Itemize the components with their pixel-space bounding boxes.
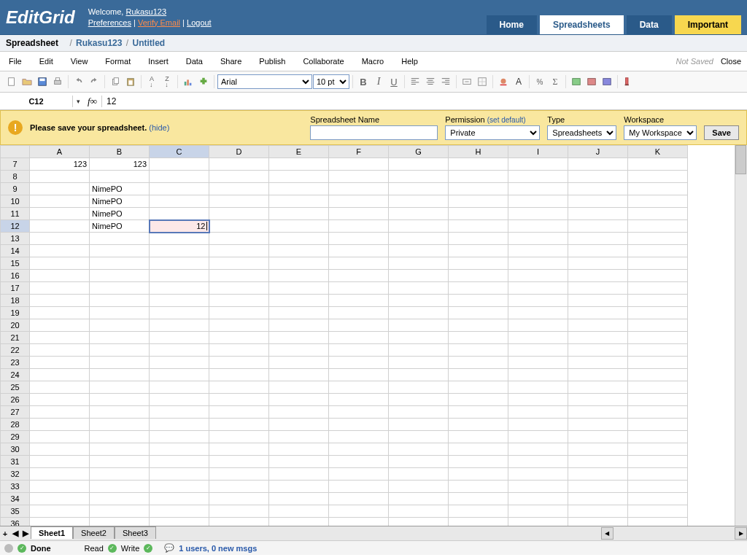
cell-E26[interactable]	[269, 394, 329, 406]
cell-C10[interactable]	[150, 195, 209, 208]
menu-collaborate[interactable]: Collaborate	[294, 55, 352, 68]
cell-E32[interactable]	[269, 468, 329, 481]
row-header-32[interactable]: 32	[1, 468, 30, 481]
cell-J24[interactable]	[568, 369, 628, 381]
cellref-dropdown-icon[interactable]: ▾	[73, 98, 83, 105]
cell-I22[interactable]	[508, 344, 568, 357]
menu-help[interactable]: Help	[392, 55, 427, 68]
cell-K8[interactable]	[628, 171, 688, 183]
cell-A21[interactable]	[30, 332, 90, 344]
cell-A10[interactable]	[30, 195, 90, 208]
breadcrumb-user[interactable]: Rukasu123	[76, 38, 122, 48]
cell-F29[interactable]	[329, 431, 389, 443]
new-icon[interactable]	[4, 74, 19, 89]
cell-H9[interactable]	[449, 183, 508, 195]
col-header-A[interactable]: A	[30, 146, 90, 158]
cell-K27[interactable]	[628, 406, 688, 419]
row-header-15[interactable]: 15	[1, 257, 30, 270]
cell-F9[interactable]	[329, 183, 389, 195]
cell-A32[interactable]	[30, 468, 90, 481]
col-header-D[interactable]: D	[209, 146, 269, 158]
preferences-link[interactable]: Preferences	[88, 18, 131, 27]
col-header-H[interactable]: H	[449, 146, 508, 158]
cell-I31[interactable]	[508, 456, 568, 468]
row-header-19[interactable]: 19	[1, 307, 30, 319]
cell-F26[interactable]	[329, 394, 389, 406]
cell-F23[interactable]	[329, 357, 389, 369]
cell-F28[interactable]	[329, 419, 389, 431]
cell-E35[interactable]	[269, 505, 329, 518]
cell-K24[interactable]	[628, 369, 688, 381]
cell-G27[interactable]	[389, 406, 449, 419]
cell-C27[interactable]	[150, 406, 209, 419]
cell-G11[interactable]	[389, 208, 449, 220]
cell-I17[interactable]	[508, 282, 568, 295]
menu-format[interactable]: Format	[96, 55, 139, 68]
cell-G16[interactable]	[389, 270, 449, 282]
row-header-28[interactable]: 28	[1, 419, 30, 431]
fill-color-icon[interactable]	[496, 74, 511, 89]
cell-J18[interactable]	[568, 295, 628, 307]
row-header-11[interactable]: 11	[1, 208, 30, 220]
permission-select[interactable]: Private	[445, 125, 540, 140]
cell-K17[interactable]	[628, 282, 688, 295]
cell-F35[interactable]	[329, 505, 389, 518]
cell-F8[interactable]	[329, 171, 389, 183]
cell-G20[interactable]	[389, 319, 449, 332]
cell-C35[interactable]	[150, 505, 209, 518]
cell-D21[interactable]	[209, 332, 269, 344]
row-header-21[interactable]: 21	[1, 332, 30, 344]
cell-A34[interactable]	[30, 493, 90, 505]
cell-F24[interactable]	[329, 369, 389, 381]
cell-A35[interactable]	[30, 505, 90, 518]
cell-H19[interactable]	[449, 307, 508, 319]
cell-G32[interactable]	[389, 468, 449, 481]
cell-K16[interactable]	[628, 270, 688, 282]
cell-C17[interactable]	[150, 282, 209, 295]
cell-A16[interactable]	[30, 270, 90, 282]
menu-share[interactable]: Share	[212, 55, 250, 68]
cell-F19[interactable]	[329, 307, 389, 319]
add-sheet-icon[interactable]: +	[0, 529, 10, 538]
cell-C34[interactable]	[150, 493, 209, 505]
cell-B25[interactable]	[90, 381, 150, 394]
cell-I20[interactable]	[508, 319, 568, 332]
cell-I18[interactable]	[508, 295, 568, 307]
cell-E8[interactable]	[269, 171, 329, 183]
cell-H11[interactable]	[449, 208, 508, 220]
cell-E17[interactable]	[269, 282, 329, 295]
cell-I29[interactable]	[508, 431, 568, 443]
cell-F17[interactable]	[329, 282, 389, 295]
cell-F31[interactable]	[329, 456, 389, 468]
formula-input[interactable]: 12	[102, 95, 747, 108]
cell-G25[interactable]	[389, 381, 449, 394]
row-header-24[interactable]: 24	[1, 369, 30, 381]
cell-H12[interactable]	[449, 220, 508, 233]
cell-E22[interactable]	[269, 344, 329, 357]
cell-F27[interactable]	[329, 406, 389, 419]
cell-E34[interactable]	[269, 493, 329, 505]
cell-B20[interactable]	[90, 319, 150, 332]
cell-G18[interactable]	[389, 295, 449, 307]
cell-E19[interactable]	[269, 307, 329, 319]
copy-icon[interactable]	[108, 74, 123, 89]
col-header-G[interactable]: G	[389, 146, 449, 158]
cell-J7[interactable]	[568, 158, 628, 171]
cell-G30[interactable]	[389, 443, 449, 456]
cell-J14[interactable]	[568, 245, 628, 257]
cell-D14[interactable]	[209, 245, 269, 257]
cell-E16[interactable]	[269, 270, 329, 282]
cell-K29[interactable]	[628, 431, 688, 443]
cell-H35[interactable]	[449, 505, 508, 518]
size-select[interactable]: 10 pt	[313, 74, 349, 89]
cell-A19[interactable]	[30, 307, 90, 319]
cell-F36[interactable]	[329, 518, 389, 526]
cell-H33[interactable]	[449, 481, 508, 493]
row-header-30[interactable]: 30	[1, 443, 30, 456]
cell-F21[interactable]	[329, 332, 389, 344]
cell-H17[interactable]	[449, 282, 508, 295]
cell-J30[interactable]	[568, 443, 628, 456]
print-icon[interactable]	[50, 74, 65, 89]
cell-K22[interactable]	[628, 344, 688, 357]
cell-H18[interactable]	[449, 295, 508, 307]
